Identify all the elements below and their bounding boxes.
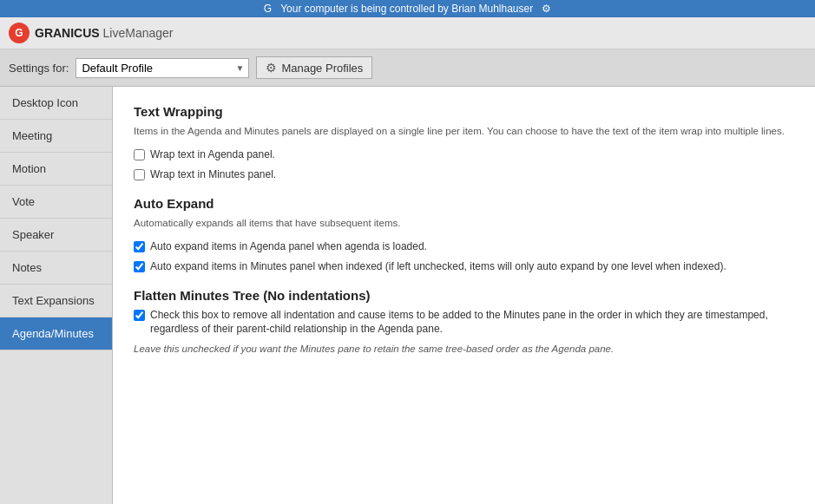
manage-profiles-label: Manage Profiles: [281, 62, 363, 75]
flatten-minutes-title: Flatten Minutes Tree (No indentations): [134, 288, 794, 303]
settings-bar: Settings for: Default Profile ⚙ Manage P…: [0, 49, 815, 87]
wrap-agenda-checkbox[interactable]: [134, 149, 145, 160]
wrap-minutes-label: Wrap text in Minutes panel.: [150, 167, 276, 182]
auto-expand-agenda-label: Auto expand items in Agenda panel when a…: [150, 239, 427, 254]
settings-for-label: Settings for:: [9, 62, 69, 75]
auto-expand-minutes-checkbox[interactable]: [134, 261, 145, 272]
logo: G GRANICUS LiveManager: [9, 23, 174, 43]
profile-select[interactable]: Default Profile: [76, 58, 249, 78]
sidebar-item-vote[interactable]: Vote: [0, 186, 112, 219]
wrap-agenda-label: Wrap text in Agenda panel.: [150, 147, 275, 162]
remote-control-bar: G Your computer is being controlled by B…: [0, 0, 815, 17]
auto-expand-desc: Automatically expands all items that hav…: [134, 216, 794, 231]
auto-expand-minutes-label: Auto expand items in Minutes panel when …: [150, 259, 726, 274]
sidebar-item-motion[interactable]: Motion: [0, 153, 112, 186]
auto-expand-title: Auto Expand: [134, 196, 794, 211]
text-wrapping-title: Text Wrapping: [134, 104, 794, 119]
manage-profiles-button[interactable]: ⚙ Manage Profiles: [256, 56, 372, 79]
granicus-icon: G: [264, 3, 272, 15]
wrap-minutes-row: Wrap text in Minutes panel.: [134, 167, 794, 182]
sidebar-item-text-expansions[interactable]: Text Expansions: [0, 285, 112, 317]
manage-profiles-gear-icon: ⚙: [266, 61, 277, 75]
auto-expand-agenda-row: Auto expand items in Agenda panel when a…: [134, 239, 794, 254]
main-layout: Desktop Icon Meeting Motion Vote Speaker…: [0, 87, 815, 504]
sidebar: Desktop Icon Meeting Motion Vote Speaker…: [0, 87, 113, 504]
auto-expand-agenda-checkbox[interactable]: [134, 241, 145, 252]
wrap-minutes-checkbox[interactable]: [134, 169, 145, 180]
logo-text: GRANICUS LiveManager: [35, 26, 174, 40]
remote-gear-icon[interactable]: ⚙: [542, 3, 551, 15]
content-area: Text Wrapping Items in the Agenda and Mi…: [113, 87, 815, 504]
flatten-minutes-italic: Leave this unchecked if you want the Min…: [134, 344, 614, 354]
app-header: G GRANICUS LiveManager: [0, 17, 815, 49]
auto-expand-minutes-row: Auto expand items in Minutes panel when …: [134, 259, 794, 274]
text-wrapping-section: Text Wrapping Items in the Agenda and Mi…: [134, 104, 794, 182]
profile-select-wrapper[interactable]: Default Profile: [76, 58, 249, 78]
logo-circle: G: [9, 23, 30, 43]
flatten-minutes-note: Leave this unchecked if you want the Min…: [134, 342, 794, 357]
flatten-minutes-label: Check this box to remove all indentation…: [150, 308, 794, 337]
flatten-minutes-checkbox[interactable]: [134, 310, 145, 321]
sidebar-item-meeting[interactable]: Meeting: [0, 120, 112, 153]
wrap-agenda-row: Wrap text in Agenda panel.: [134, 147, 794, 162]
sidebar-item-speaker[interactable]: Speaker: [0, 219, 112, 252]
flatten-minutes-row: Check this box to remove all indentation…: [134, 308, 794, 337]
flatten-minutes-section: Flatten Minutes Tree (No indentations) C…: [134, 288, 794, 357]
sidebar-item-desktop-icon[interactable]: Desktop Icon: [0, 87, 112, 120]
auto-expand-section: Auto Expand Automatically expands all it…: [134, 196, 794, 274]
remote-control-text: Your computer is being controlled by Bri…: [280, 3, 533, 15]
text-wrapping-desc: Items in the Agenda and Minutes panels a…: [134, 124, 794, 139]
sidebar-item-agenda-minutes[interactable]: Agenda/Minutes: [0, 317, 112, 350]
sidebar-item-notes[interactable]: Notes: [0, 252, 112, 285]
